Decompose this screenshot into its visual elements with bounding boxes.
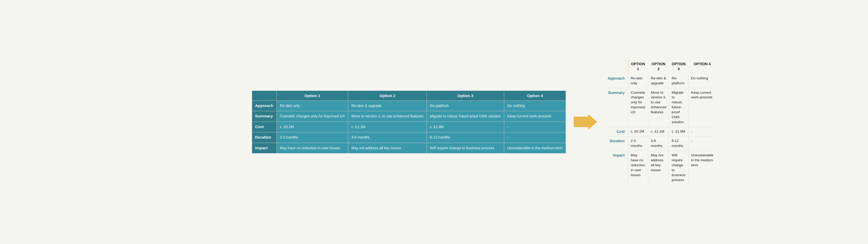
left-approach-opt3: Re-platform <box>427 101 504 111</box>
left-impact-opt2: May not address all key issues <box>348 143 427 154</box>
left-label-impact: Impact <box>252 143 277 154</box>
right-summary-opt2: Move to version 3, to use enhanced featu… <box>648 88 669 127</box>
left-approach-opt2: Re-skin & upgrade <box>348 101 427 111</box>
right-cost-opt2: c. £1.1M <box>648 127 669 136</box>
svg-marker-0 <box>574 114 597 130</box>
right-impact-opt1: May have no reduction in user issues <box>628 151 648 185</box>
right-label-summary: Summary <box>605 88 628 127</box>
right-impact-opt3: Will require change to business process <box>669 151 688 185</box>
right-header-option3: OPTION 3 <box>669 59 688 74</box>
left-impact-opt3: Will require change to business process <box>427 143 504 154</box>
right-header-option2: OPTION 2 <box>648 59 669 74</box>
left-duration-opt2: 3-6 months <box>348 132 427 143</box>
right-row-duration: Duration 2-3 months 3-6 months 6-12 mont… <box>605 136 716 151</box>
left-row-approach: Approach Re-skin only Re-skin & upgrade … <box>252 101 566 111</box>
right-row-cost: Cost c. £0.2M c. £1.1M c. £1.8M - <box>605 127 716 136</box>
right-header-label-col <box>605 59 628 74</box>
right-table-container: OPTION 1 OPTION 2 OPTION 3 OPTION 4 Appr… <box>605 59 716 185</box>
right-impact-opt4: Unsustainable in the medium term <box>688 151 716 185</box>
right-row-impact: Impact May have no reduction in user iss… <box>605 151 716 185</box>
left-row-summary: Summary Cosmetic changes only for improv… <box>252 111 566 122</box>
right-options-table: OPTION 1 OPTION 2 OPTION 3 OPTION 4 Appr… <box>605 59 716 185</box>
left-row-cost: Cost c. £0.2M c. £1.1M c. £1.8M - <box>252 121 566 132</box>
right-approach-opt2: Re-skin & upgrade <box>648 74 669 88</box>
right-arrow-icon <box>574 114 597 130</box>
right-duration-opt4: - <box>688 136 716 151</box>
left-approach-opt4: Do nothing <box>504 101 566 111</box>
right-duration-opt3: 6-12 months <box>669 136 688 151</box>
right-row-approach: Approach Re-skin only Re-skin & upgrade … <box>605 74 716 88</box>
left-summary-opt1: Cosmetic changes only for improved UX <box>277 111 348 122</box>
left-options-table: Option 1 Option 2 Option 3 Option 4 Appr… <box>252 90 566 154</box>
left-cost-opt3: c. £1.8M <box>427 121 504 132</box>
left-cost-opt2: c. £1.1M <box>348 121 427 132</box>
right-label-cost: Cost <box>605 127 628 136</box>
right-cost-opt3: c. £1.8M <box>669 127 688 136</box>
left-table-container: Option 1 Option 2 Option 3 Option 4 Appr… <box>252 90 566 154</box>
left-summary-opt2: Move to version 3, to use enhanced featu… <box>348 111 427 122</box>
left-impact-opt1: May have no reduction in user issues <box>277 143 348 154</box>
right-summary-opt1: Cosmetic changes only for improved UX <box>628 88 648 127</box>
right-approach-opt1: Re-skin only <box>628 74 648 88</box>
left-row-duration: Duration 2-3 months 3-6 months 6-12 mont… <box>252 132 566 143</box>
left-label-duration: Duration <box>252 132 277 143</box>
right-label-impact: Impact <box>605 151 628 185</box>
right-label-duration: Duration <box>605 136 628 151</box>
left-table-header-row: Option 1 Option 2 Option 3 Option 4 <box>252 90 566 101</box>
right-summary-opt3: Migrate to robust, future-proof CMS solu… <box>669 88 688 127</box>
left-summary-opt3: Migrate to robust, future-proof CMS solu… <box>427 111 504 122</box>
right-header-option1: OPTION 1 <box>628 59 648 74</box>
right-row-summary: Summary Cosmetic changes only for improv… <box>605 88 716 127</box>
right-duration-opt1: 2-3 months <box>628 136 648 151</box>
left-label-summary: Summary <box>252 111 277 122</box>
left-duration-opt1: 2-3 months <box>277 132 348 143</box>
left-header-empty <box>252 90 277 101</box>
right-label-approach: Approach <box>605 74 628 88</box>
left-label-approach: Approach <box>252 101 277 111</box>
left-summary-opt4: Keep current work-arounds <box>504 111 566 122</box>
left-duration-opt4: - <box>504 132 566 143</box>
page-wrapper: Option 1 Option 2 Option 3 Option 4 Appr… <box>252 59 616 185</box>
right-summary-opt4: Keep current work-arounds <box>688 88 716 127</box>
left-header-option4: Option 4 <box>504 90 566 101</box>
left-header-option3: Option 3 <box>427 90 504 101</box>
right-impact-opt2: May not address all key issues <box>648 151 669 185</box>
arrow-container <box>574 114 597 130</box>
left-cost-opt1: c. £0.2M <box>277 121 348 132</box>
left-header-option2: Option 2 <box>348 90 427 101</box>
right-approach-opt3: Re-platform <box>669 74 688 88</box>
right-approach-opt4: Do nothing <box>688 74 716 88</box>
left-approach-opt1: Re-skin only <box>277 101 348 111</box>
left-duration-opt3: 6-12 months <box>427 132 504 143</box>
right-duration-opt2: 3-6 months <box>648 136 669 151</box>
right-cost-opt4: - <box>688 127 716 136</box>
right-table-header-row: OPTION 1 OPTION 2 OPTION 3 OPTION 4 <box>605 59 716 74</box>
left-header-option1: Option 1 <box>277 90 348 101</box>
right-header-option4: OPTION 4 <box>688 59 716 74</box>
left-cost-opt4: - <box>504 121 566 132</box>
left-label-cost: Cost <box>252 121 277 132</box>
right-cost-opt1: c. £0.2M <box>628 127 648 136</box>
left-row-impact: Impact May have no reduction in user iss… <box>252 143 566 154</box>
left-impact-opt4: Unsustainable in the medium term <box>504 143 566 154</box>
